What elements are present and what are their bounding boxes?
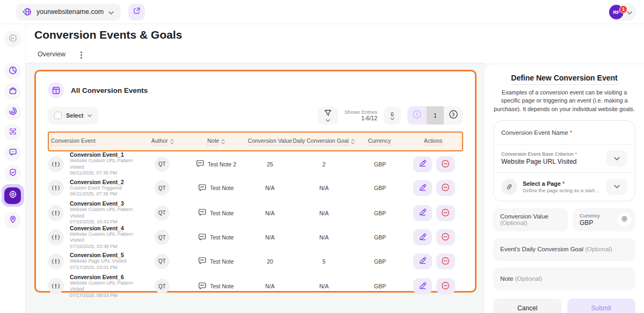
user-menu[interactable]: RF 1 [608, 3, 636, 21]
event-criterion: Custom Event Triggered [70, 185, 124, 192]
sort-icon [351, 139, 355, 144]
page-size-value: 6 [391, 111, 394, 118]
currency: GBP [355, 210, 405, 216]
event-criterion: Website Custom URL Pattern Visited [70, 158, 139, 170]
currency-settings-button[interactable] [617, 213, 631, 227]
sidebar-item-ecommerce[interactable] [4, 83, 21, 100]
form-description: Examples of a conversion event can be vi… [493, 89, 635, 113]
sidebar-item-settings[interactable] [2, 184, 24, 207]
optional-text: (Optional) [500, 220, 528, 226]
location-pin-icon [9, 215, 17, 226]
remove-button[interactable] [436, 156, 455, 172]
edit-pencil-icon [419, 184, 427, 193]
select-checkbox[interactable] [54, 112, 62, 119]
column-header-author[interactable]: Author [140, 137, 185, 145]
required-asterisk: * [562, 180, 565, 187]
currency-value: GBP [580, 219, 600, 227]
event-name-field[interactable]: Conversion Event Name * [494, 121, 635, 144]
sidebar-item-privacy[interactable] [4, 165, 21, 181]
form-title: Define New Conversion Event [511, 74, 617, 85]
remove-button[interactable] [436, 180, 455, 196]
currency: GBP [355, 185, 405, 191]
next-page-button[interactable] [444, 106, 463, 125]
note-text: Test Note [210, 234, 233, 241]
note-text: Test Note [210, 210, 233, 216]
prev-page-button[interactable] [407, 106, 427, 125]
currency: GBP [355, 258, 405, 265]
conversion-event-icon [48, 253, 64, 270]
event-name: Conversion Event_3 [70, 200, 139, 207]
shown-entries: Shown Entries 1-6/12 [345, 109, 377, 122]
column-header-currency: Currency [355, 137, 404, 145]
table-body: Conversion Event_1 Website Custom URL Pa… [48, 151, 463, 298]
filter-button[interactable] [318, 106, 338, 125]
filter-funnel-icon [324, 109, 332, 119]
criterion-label: Conversion Event Base Criterion [501, 151, 574, 157]
column-header-daily-conversion-goal[interactable]: Daily Conversion Goal [292, 137, 355, 145]
edit-pencil-icon [419, 257, 427, 266]
required-asterisk: * [575, 151, 577, 157]
note-text: Test Note [210, 185, 233, 191]
select-page-desc: Define the page acting as a start point … [523, 188, 601, 193]
website-selector[interactable]: yourwebsitename.com [16, 4, 121, 20]
event-date: 07/16/2025, 03:38 PM [70, 244, 139, 250]
table-row[interactable]: Conversion Event_4 Website Custom URL Pa… [48, 225, 463, 250]
select-page-field[interactable]: Select a Page * Define the page acting a… [494, 172, 635, 201]
note-icon [196, 159, 204, 169]
edit-button[interactable] [413, 229, 432, 245]
column-header-note[interactable]: Note [185, 137, 247, 145]
edit-button[interactable] [413, 180, 432, 196]
base-criterion-field[interactable]: Conversion Event Base Criterion * Websit… [494, 144, 635, 172]
event-date: 07/17/2025, 03:01 PM [70, 265, 126, 271]
settings-gear-icon [9, 190, 17, 201]
daily-goal: N/A [293, 283, 355, 289]
table-row[interactable]: Conversion Event_2 Custom Event Triggere… [48, 176, 463, 201]
edit-button[interactable] [413, 205, 432, 221]
table-row[interactable]: Conversion Event_3 Website Custom URL Pa… [48, 200, 463, 225]
remove-button[interactable] [436, 253, 455, 270]
note-input[interactable]: Note (Optional) [493, 267, 635, 290]
minus-circle-icon [441, 208, 450, 218]
event-name: Conversion Event_6 [70, 274, 139, 280]
current-page[interactable]: 1 [427, 106, 444, 125]
daily-goal-input[interactable]: Event's Daily Conversion Goal (Optional) [493, 238, 635, 261]
table-row[interactable]: Conversion Event_1 Website Custom URL Pa… [48, 151, 463, 176]
edit-button[interactable] [413, 156, 432, 172]
remove-button[interactable] [436, 205, 455, 221]
criterion-value: Website Page URL Visited [501, 158, 577, 165]
select-page-dropdown-button[interactable] [606, 179, 627, 195]
tab-overview[interactable]: Overview [34, 50, 69, 64]
currency-selector[interactable]: Currency GBP [573, 208, 635, 231]
arrow-right-circle-icon [449, 110, 458, 121]
note-text: Test Note [210, 258, 233, 265]
edit-button[interactable] [413, 278, 432, 294]
sidebar-item-sessions[interactable] [4, 104, 21, 120]
edit-button[interactable] [413, 253, 432, 270]
sort-icon [170, 139, 174, 144]
table-row[interactable]: Conversion Event_6 Website Custom URL Pa… [48, 274, 463, 299]
sidebar-item-analytics[interactable] [4, 63, 21, 79]
column-header-conversion-event: Conversion Event [49, 137, 140, 145]
conversion-value-input[interactable]: Conversion Value (Optional) [493, 208, 568, 231]
tab-options-kebab-icon[interactable] [80, 52, 82, 63]
page-size-dropdown[interactable]: 6 [384, 106, 401, 125]
shield-check-icon [9, 168, 17, 179]
currency: GBP [355, 283, 405, 289]
criterion-dropdown-button[interactable] [606, 150, 627, 166]
select-dropdown[interactable]: Select [48, 107, 98, 125]
remove-button[interactable] [436, 229, 455, 245]
sidebar-item-feedback[interactable] [4, 144, 21, 161]
sidebar-item-tracking[interactable] [4, 124, 21, 141]
sidebar-item-locations[interactable] [4, 212, 21, 229]
open-website-button[interactable] [128, 4, 145, 20]
table-row[interactable]: Conversion Event_5 Website Page URL Visi… [48, 249, 463, 274]
event-name: Conversion Event_5 [70, 252, 126, 258]
sidebar-toggle-button[interactable] [4, 31, 21, 47]
remove-button[interactable] [436, 278, 455, 294]
note-icon [198, 282, 206, 291]
conversion-value: N/A [247, 210, 292, 216]
event-criterion: Website Custom URL Pattern Visited [70, 231, 139, 244]
submit-button[interactable]: Submit [567, 299, 636, 313]
author-chip: QT [155, 206, 170, 221]
cancel-button[interactable]: Cancel [493, 299, 562, 313]
